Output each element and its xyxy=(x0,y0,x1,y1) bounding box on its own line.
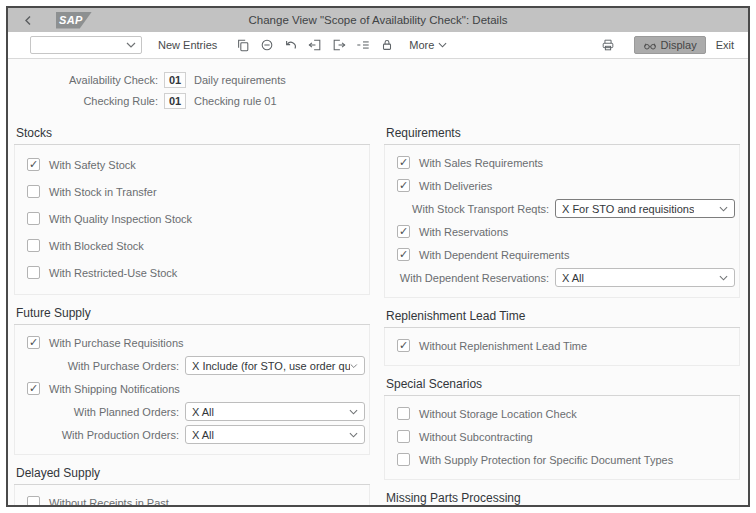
screen: SAP Change View "Scope of Availability C… xyxy=(0,0,756,513)
more-label: More xyxy=(409,39,434,51)
previous-entry-icon[interactable] xyxy=(303,35,327,55)
key-fields: Availability Check: 01 Daily requirement… xyxy=(8,59,748,115)
delete-icon[interactable] xyxy=(255,35,279,55)
checkbox-with-sales-requirements[interactable]: ✓ With Sales Requirements xyxy=(397,151,735,174)
select-entry-icon[interactable] xyxy=(351,35,375,55)
chevron-down-icon xyxy=(719,206,728,212)
dropdown-value: X For STO and requisitions xyxy=(562,203,694,215)
with-planned-orders-select[interactable]: X All xyxy=(185,402,365,421)
checkbox-with-purchase-requisitions[interactable]: ✓ With Purchase Requisitions xyxy=(27,331,365,354)
section-title: Future Supply xyxy=(14,304,370,325)
display-label: Display xyxy=(661,39,697,51)
checkbox-without-subcontracting[interactable]: Without Subcontracting xyxy=(397,425,735,448)
chevron-down-icon xyxy=(349,409,358,415)
left-column: Stocks ✓ With Safety Stock With Stock in… xyxy=(14,115,370,507)
checkbox-label: With Quality Inspection Stock xyxy=(49,213,192,225)
copy-icon[interactable] xyxy=(231,35,255,55)
checkbox-label: Without Receipts in Past xyxy=(49,497,169,508)
with-purchase-orders-select[interactable]: X Include (for STO, use order quantity) xyxy=(185,356,365,375)
form-area: Stocks ✓ With Safety Stock With Stock in… xyxy=(8,115,748,507)
checkbox-box[interactable]: ✓ xyxy=(27,382,40,395)
availability-check-description: Daily requirements xyxy=(194,74,286,86)
undo-icon[interactable] xyxy=(279,35,303,55)
page-title: Change View "Scope of Availability Check… xyxy=(8,14,748,26)
checkbox-box[interactable] xyxy=(397,430,410,443)
section-title: Replenishment Lead Time xyxy=(384,307,740,328)
checking-rule-description: Checking rule 01 xyxy=(194,95,277,107)
checkbox-box[interactable]: ✓ xyxy=(397,248,410,261)
field-with-dependent-reservations: With Dependent Reservations: X All xyxy=(397,266,735,289)
more-button[interactable]: More xyxy=(409,39,447,51)
toolbar: New Entries xyxy=(8,32,748,59)
section-title: Special Scenarios xyxy=(384,375,740,396)
new-entries-button[interactable]: New Entries xyxy=(158,39,217,51)
section-title: Delayed Supply xyxy=(14,464,370,485)
field-availability-check: Availability Check: 01 Daily requirement… xyxy=(8,69,748,90)
dropdown-label: With Production Orders: xyxy=(62,429,179,441)
with-production-orders-select[interactable]: X All xyxy=(185,425,365,444)
checkbox-with-stock-in-transfer[interactable]: With Stock in Transfer xyxy=(27,178,365,205)
availability-check-value[interactable]: 01 xyxy=(164,72,186,88)
checkbox-label: With Reservations xyxy=(419,226,508,238)
display-button[interactable]: Display xyxy=(634,36,706,54)
checkbox-box[interactable] xyxy=(27,496,40,507)
next-entry-icon[interactable] xyxy=(327,35,351,55)
checkbox-label: With Restricted-Use Stock xyxy=(49,267,177,279)
checkbox-box[interactable] xyxy=(27,212,40,225)
checkbox-box[interactable] xyxy=(397,407,410,420)
section-content: ✓ With Sales Requirements ✓ With Deliver… xyxy=(384,145,740,298)
checkbox-label: With Stock in Transfer xyxy=(49,186,157,198)
checkbox-with-blocked-stock[interactable]: With Blocked Stock xyxy=(27,232,365,259)
section-content: ✓ With Safety Stock With Stock in Transf… xyxy=(14,145,370,295)
lock-icon[interactable] xyxy=(375,35,399,55)
checkbox-box[interactable]: ✓ xyxy=(397,179,410,192)
checkbox-without-receipts-in-past[interactable]: Without Receipts in Past xyxy=(27,491,365,507)
chevron-down-icon xyxy=(438,42,447,48)
chevron-down-icon xyxy=(350,363,358,369)
section-title: Missing Parts Processing xyxy=(384,489,740,507)
section-missing-parts-processing: Missing Parts Processing Checking Period… xyxy=(384,489,740,507)
dropdown-value: X All xyxy=(562,272,584,284)
checkbox-box[interactable]: ✓ xyxy=(397,156,410,169)
checkbox-box[interactable] xyxy=(27,185,40,198)
checkbox-box[interactable]: ✓ xyxy=(27,336,40,349)
checkbox-label: With Blocked Stock xyxy=(49,240,144,252)
checkbox-without-storage-location-check[interactable]: Without Storage Location Check xyxy=(397,402,735,425)
section-stocks: Stocks ✓ With Safety Stock With Stock in… xyxy=(14,124,370,295)
checkbox-with-reservations[interactable]: ✓ With Reservations xyxy=(397,220,735,243)
dropdown-value: X All xyxy=(192,406,214,418)
section-replenishment-lead-time: Replenishment Lead Time ✓ Without Replen… xyxy=(384,307,740,366)
checkbox-box[interactable]: ✓ xyxy=(397,225,410,238)
shell-header: SAP Change View "Scope of Availability C… xyxy=(8,8,748,32)
printer-icon[interactable] xyxy=(596,35,620,55)
checkbox-without-replenishment-lead-time[interactable]: ✓ Without Replenishment Lead Time xyxy=(397,334,735,357)
section-special-scenarios: Special Scenarios Without Storage Locati… xyxy=(384,375,740,480)
section-content: Without Receipts in Past Show Message fo… xyxy=(14,485,370,507)
checkbox-with-deliveries[interactable]: ✓ With Deliveries xyxy=(397,174,735,197)
checkbox-box[interactable] xyxy=(397,453,410,466)
field-with-production-orders: With Production Orders: X All xyxy=(27,423,365,446)
checkbox-label: Without Subcontracting xyxy=(419,431,533,443)
checkbox-box[interactable] xyxy=(27,266,40,279)
checking-rule-label: Checking Rule: xyxy=(8,95,158,107)
exit-button[interactable]: Exit xyxy=(716,39,734,51)
variant-combobox[interactable] xyxy=(30,36,142,54)
checkbox-box[interactable]: ✓ xyxy=(397,339,410,352)
with-dependent-reservations-select[interactable]: X All xyxy=(555,268,735,287)
checkbox-box[interactable]: ✓ xyxy=(27,158,40,171)
checkbox-with-quality-inspection-stock[interactable]: With Quality Inspection Stock xyxy=(27,205,365,232)
checkbox-box[interactable] xyxy=(27,239,40,252)
checkbox-label: With Sales Requirements xyxy=(419,157,543,169)
dropdown-value: X All xyxy=(192,429,214,441)
checkbox-with-restricted-use-stock[interactable]: With Restricted-Use Stock xyxy=(27,259,365,286)
with-stock-transport-reqts-select[interactable]: X For STO and requisitions xyxy=(555,199,735,218)
checkbox-with-safety-stock[interactable]: ✓ With Safety Stock xyxy=(27,151,365,178)
checkbox-with-dependent-requirements[interactable]: ✓ With Dependent Requirements xyxy=(397,243,735,266)
checkbox-with-supply-protection[interactable]: With Supply Protection for Specific Docu… xyxy=(397,448,735,471)
checkbox-with-shipping-notifications[interactable]: ✓ With Shipping Notifications xyxy=(27,377,365,400)
field-checking-rule: Checking Rule: 01 Checking rule 01 xyxy=(8,90,748,111)
dropdown-value: X Include (for STO, use order quantity) xyxy=(192,360,350,372)
chevron-down-icon xyxy=(349,432,358,438)
checking-rule-value[interactable]: 01 xyxy=(164,93,186,109)
glasses-icon xyxy=(643,39,657,51)
